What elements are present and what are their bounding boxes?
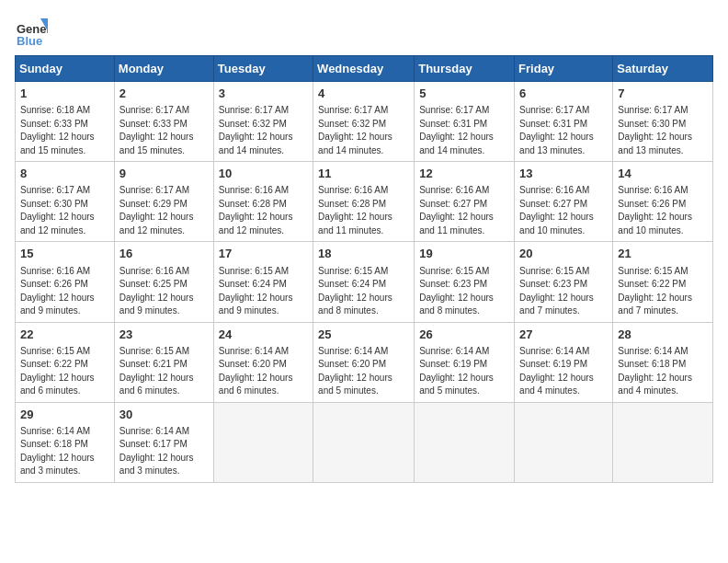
day-cell: 18Sunrise: 6:15 AM Sunset: 6:24 PM Dayli… <box>313 242 415 322</box>
day-cell <box>415 402 515 482</box>
day-cell: 5Sunrise: 6:17 AM Sunset: 6:31 PM Daylig… <box>415 82 515 162</box>
day-number: 28 <box>618 327 708 343</box>
day-cell: 7Sunrise: 6:17 AM Sunset: 6:30 PM Daylig… <box>613 82 713 162</box>
day-cell: 21Sunrise: 6:15 AM Sunset: 6:22 PM Dayli… <box>613 242 713 322</box>
day-cell <box>213 402 313 482</box>
day-number: 14 <box>618 166 708 182</box>
logo: General Blue <box>15 15 51 48</box>
day-info: Sunrise: 6:16 AM Sunset: 6:28 PM Dayligh… <box>318 184 409 237</box>
day-cell: 28Sunrise: 6:14 AM Sunset: 6:18 PM Dayli… <box>613 322 713 402</box>
week-row-4: 22Sunrise: 6:15 AM Sunset: 6:22 PM Dayli… <box>16 322 713 402</box>
day-info: Sunrise: 6:14 AM Sunset: 6:20 PM Dayligh… <box>219 345 308 398</box>
day-number: 4 <box>318 86 409 102</box>
day-cell: 23Sunrise: 6:15 AM Sunset: 6:21 PM Dayli… <box>114 322 213 402</box>
day-cell: 29Sunrise: 6:14 AM Sunset: 6:18 PM Dayli… <box>16 402 115 482</box>
day-info: Sunrise: 6:17 AM Sunset: 6:29 PM Dayligh… <box>119 184 209 237</box>
day-info: Sunrise: 6:15 AM Sunset: 6:23 PM Dayligh… <box>419 265 509 318</box>
header-cell-tuesday: Tuesday <box>213 56 313 82</box>
day-info: Sunrise: 6:16 AM Sunset: 6:27 PM Dayligh… <box>419 184 509 237</box>
day-cell: 6Sunrise: 6:17 AM Sunset: 6:31 PM Daylig… <box>515 82 613 162</box>
day-cell: 8Sunrise: 6:17 AM Sunset: 6:30 PM Daylig… <box>16 162 115 242</box>
day-info: Sunrise: 6:15 AM Sunset: 6:22 PM Dayligh… <box>20 345 109 398</box>
day-info: Sunrise: 6:17 AM Sunset: 6:33 PM Dayligh… <box>119 104 209 157</box>
day-cell: 22Sunrise: 6:15 AM Sunset: 6:22 PM Dayli… <box>16 322 115 402</box>
day-number: 16 <box>119 246 209 262</box>
day-info: Sunrise: 6:17 AM Sunset: 6:31 PM Dayligh… <box>519 104 608 157</box>
day-cell: 25Sunrise: 6:14 AM Sunset: 6:20 PM Dayli… <box>313 322 415 402</box>
day-info: Sunrise: 6:16 AM Sunset: 6:27 PM Dayligh… <box>519 184 608 237</box>
logo-icon: General Blue <box>15 15 48 48</box>
page-header: General Blue <box>15 15 713 48</box>
week-row-5: 29Sunrise: 6:14 AM Sunset: 6:18 PM Dayli… <box>16 402 713 482</box>
day-info: Sunrise: 6:17 AM Sunset: 6:30 PM Dayligh… <box>20 184 109 237</box>
day-number: 30 <box>119 407 209 423</box>
day-number: 25 <box>318 327 409 343</box>
week-row-3: 15Sunrise: 6:16 AM Sunset: 6:26 PM Dayli… <box>16 242 713 322</box>
day-info: Sunrise: 6:16 AM Sunset: 6:26 PM Dayligh… <box>618 184 708 237</box>
day-info: Sunrise: 6:15 AM Sunset: 6:24 PM Dayligh… <box>219 265 308 318</box>
day-info: Sunrise: 6:16 AM Sunset: 6:28 PM Dayligh… <box>219 184 308 237</box>
day-cell: 27Sunrise: 6:14 AM Sunset: 6:19 PM Dayli… <box>515 322 613 402</box>
day-number: 6 <box>519 86 608 102</box>
day-info: Sunrise: 6:14 AM Sunset: 6:19 PM Dayligh… <box>519 345 608 398</box>
day-info: Sunrise: 6:15 AM Sunset: 6:21 PM Dayligh… <box>119 345 209 398</box>
header-row: SundayMondayTuesdayWednesdayThursdayFrid… <box>16 56 713 82</box>
day-number: 3 <box>219 86 308 102</box>
day-cell: 12Sunrise: 6:16 AM Sunset: 6:27 PM Dayli… <box>415 162 515 242</box>
day-number: 9 <box>119 166 209 182</box>
day-cell: 9Sunrise: 6:17 AM Sunset: 6:29 PM Daylig… <box>114 162 213 242</box>
svg-text:Blue: Blue <box>17 34 42 48</box>
header-cell-sunday: Sunday <box>16 56 115 82</box>
day-number: 12 <box>419 166 509 182</box>
day-number: 20 <box>519 246 608 262</box>
day-number: 8 <box>20 166 109 182</box>
week-row-2: 8Sunrise: 6:17 AM Sunset: 6:30 PM Daylig… <box>16 162 713 242</box>
day-cell: 13Sunrise: 6:16 AM Sunset: 6:27 PM Dayli… <box>515 162 613 242</box>
day-info: Sunrise: 6:15 AM Sunset: 6:23 PM Dayligh… <box>519 265 608 318</box>
calendar-table: SundayMondayTuesdayWednesdayThursdayFrid… <box>15 55 713 483</box>
day-cell: 20Sunrise: 6:15 AM Sunset: 6:23 PM Dayli… <box>515 242 613 322</box>
day-info: Sunrise: 6:14 AM Sunset: 6:19 PM Dayligh… <box>419 345 509 398</box>
day-number: 13 <box>519 166 608 182</box>
day-info: Sunrise: 6:15 AM Sunset: 6:22 PM Dayligh… <box>618 265 708 318</box>
day-number: 10 <box>219 166 308 182</box>
day-cell: 24Sunrise: 6:14 AM Sunset: 6:20 PM Dayli… <box>213 322 313 402</box>
day-cell: 17Sunrise: 6:15 AM Sunset: 6:24 PM Dayli… <box>213 242 313 322</box>
day-info: Sunrise: 6:15 AM Sunset: 6:24 PM Dayligh… <box>318 265 409 318</box>
day-info: Sunrise: 6:18 AM Sunset: 6:33 PM Dayligh… <box>20 104 109 157</box>
day-cell: 30Sunrise: 6:14 AM Sunset: 6:17 PM Dayli… <box>114 402 213 482</box>
day-number: 17 <box>219 246 308 262</box>
day-cell: 3Sunrise: 6:17 AM Sunset: 6:32 PM Daylig… <box>213 82 313 162</box>
day-info: Sunrise: 6:17 AM Sunset: 6:32 PM Dayligh… <box>219 104 308 157</box>
day-cell: 10Sunrise: 6:16 AM Sunset: 6:28 PM Dayli… <box>213 162 313 242</box>
day-number: 26 <box>419 327 509 343</box>
header-cell-wednesday: Wednesday <box>313 56 415 82</box>
header-cell-thursday: Thursday <box>415 56 515 82</box>
calendar-body: 1Sunrise: 6:18 AM Sunset: 6:33 PM Daylig… <box>16 82 713 483</box>
header-cell-saturday: Saturday <box>613 56 713 82</box>
week-row-1: 1Sunrise: 6:18 AM Sunset: 6:33 PM Daylig… <box>16 82 713 162</box>
day-number: 29 <box>20 407 109 423</box>
day-info: Sunrise: 6:16 AM Sunset: 6:26 PM Dayligh… <box>20 265 109 318</box>
header-cell-friday: Friday <box>515 56 613 82</box>
day-number: 7 <box>618 86 708 102</box>
day-number: 1 <box>20 86 109 102</box>
day-cell: 14Sunrise: 6:16 AM Sunset: 6:26 PM Dayli… <box>613 162 713 242</box>
day-cell: 15Sunrise: 6:16 AM Sunset: 6:26 PM Dayli… <box>16 242 115 322</box>
day-cell: 11Sunrise: 6:16 AM Sunset: 6:28 PM Dayli… <box>313 162 415 242</box>
day-cell: 26Sunrise: 6:14 AM Sunset: 6:19 PM Dayli… <box>415 322 515 402</box>
day-number: 23 <box>119 327 209 343</box>
day-number: 22 <box>20 327 109 343</box>
day-info: Sunrise: 6:14 AM Sunset: 6:20 PM Dayligh… <box>318 345 409 398</box>
day-number: 27 <box>519 327 608 343</box>
day-cell: 2Sunrise: 6:17 AM Sunset: 6:33 PM Daylig… <box>114 82 213 162</box>
day-info: Sunrise: 6:17 AM Sunset: 6:30 PM Dayligh… <box>618 104 708 157</box>
day-number: 5 <box>419 86 509 102</box>
day-cell: 19Sunrise: 6:15 AM Sunset: 6:23 PM Dayli… <box>415 242 515 322</box>
day-cell <box>515 402 613 482</box>
calendar-header: SundayMondayTuesdayWednesdayThursdayFrid… <box>16 56 713 82</box>
day-info: Sunrise: 6:14 AM Sunset: 6:17 PM Dayligh… <box>119 425 209 478</box>
day-info: Sunrise: 6:17 AM Sunset: 6:32 PM Dayligh… <box>318 104 409 157</box>
day-number: 18 <box>318 246 409 262</box>
day-number: 11 <box>318 166 409 182</box>
